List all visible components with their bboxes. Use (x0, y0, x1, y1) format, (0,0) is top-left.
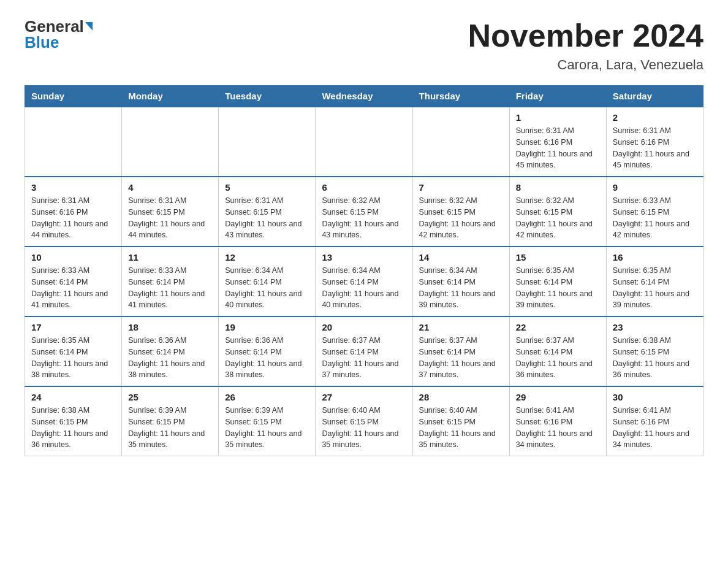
calendar-day-cell: 8Sunrise: 6:32 AMSunset: 6:15 PMDaylight… (509, 177, 606, 247)
day-info: Sunrise: 6:35 AMSunset: 6:14 PMDaylight:… (613, 266, 689, 309)
day-info: Sunrise: 6:36 AMSunset: 6:14 PMDaylight:… (128, 336, 205, 379)
day-info: Sunrise: 6:35 AMSunset: 6:14 PMDaylight:… (31, 336, 108, 379)
column-header-wednesday: Wednesday (316, 86, 412, 107)
calendar-day-cell: 20Sunrise: 6:37 AMSunset: 6:14 PMDayligh… (316, 316, 412, 386)
calendar-day-cell: 19Sunrise: 6:36 AMSunset: 6:14 PMDayligh… (219, 316, 316, 386)
calendar-day-cell: 1Sunrise: 6:31 AMSunset: 6:16 PMDaylight… (509, 107, 606, 177)
day-number: 19 (225, 322, 309, 332)
calendar-day-cell (122, 107, 219, 177)
day-number: 4 (128, 182, 212, 193)
calendar-day-cell (25, 107, 122, 177)
day-info: Sunrise: 6:37 AMSunset: 6:14 PMDaylight:… (516, 336, 593, 379)
day-info: Sunrise: 6:34 AMSunset: 6:14 PMDaylight:… (419, 266, 496, 309)
day-info: Sunrise: 6:31 AMSunset: 6:16 PMDaylight:… (613, 126, 689, 169)
calendar-day-cell (219, 107, 316, 177)
calendar-day-cell: 2Sunrise: 6:31 AMSunset: 6:16 PMDaylight… (606, 107, 703, 177)
column-header-monday: Monday (122, 86, 219, 107)
calendar-day-cell: 26Sunrise: 6:39 AMSunset: 6:15 PMDayligh… (219, 386, 316, 456)
calendar-week-row: 24Sunrise: 6:38 AMSunset: 6:15 PMDayligh… (25, 386, 703, 456)
calendar-day-cell (412, 107, 509, 177)
day-info: Sunrise: 6:33 AMSunset: 6:14 PMDaylight:… (31, 266, 108, 309)
day-number: 9 (613, 182, 697, 193)
day-info: Sunrise: 6:32 AMSunset: 6:15 PMDaylight:… (419, 196, 496, 239)
day-info: Sunrise: 6:40 AMSunset: 6:15 PMDaylight:… (322, 406, 398, 449)
day-number: 21 (419, 322, 503, 332)
day-info: Sunrise: 6:39 AMSunset: 6:15 PMDaylight:… (225, 406, 301, 449)
column-header-thursday: Thursday (412, 86, 509, 107)
calendar-day-cell: 10Sunrise: 6:33 AMSunset: 6:14 PMDayligh… (25, 247, 122, 316)
logo-blue-text: Blue (25, 34, 59, 50)
day-number: 25 (128, 392, 212, 402)
day-number: 5 (225, 182, 309, 193)
day-info: Sunrise: 6:31 AMSunset: 6:15 PMDaylight:… (128, 196, 205, 239)
calendar-day-cell: 29Sunrise: 6:41 AMSunset: 6:16 PMDayligh… (509, 386, 606, 456)
calendar-day-cell: 22Sunrise: 6:37 AMSunset: 6:14 PMDayligh… (509, 316, 606, 386)
day-number: 23 (613, 322, 697, 332)
day-info: Sunrise: 6:31 AMSunset: 6:16 PMDaylight:… (31, 196, 108, 239)
day-info: Sunrise: 6:41 AMSunset: 6:16 PMDaylight:… (613, 406, 689, 449)
day-number: 13 (322, 252, 406, 262)
logo-triangle-icon (85, 22, 93, 31)
day-info: Sunrise: 6:31 AMSunset: 6:16 PMDaylight:… (516, 126, 593, 169)
day-number: 24 (31, 392, 115, 402)
calendar-day-cell: 28Sunrise: 6:40 AMSunset: 6:15 PMDayligh… (412, 386, 509, 456)
calendar-day-cell: 23Sunrise: 6:38 AMSunset: 6:15 PMDayligh… (606, 316, 703, 386)
logo-general-text: General (25, 18, 84, 34)
day-number: 16 (613, 252, 697, 262)
month-title: November 2024 (468, 18, 703, 53)
calendar-day-cell: 12Sunrise: 6:34 AMSunset: 6:14 PMDayligh… (219, 247, 316, 316)
calendar-day-cell: 6Sunrise: 6:32 AMSunset: 6:15 PMDaylight… (316, 177, 412, 247)
day-info: Sunrise: 6:34 AMSunset: 6:14 PMDaylight:… (225, 266, 301, 309)
calendar-day-cell: 11Sunrise: 6:33 AMSunset: 6:14 PMDayligh… (122, 247, 219, 316)
calendar-day-cell: 13Sunrise: 6:34 AMSunset: 6:14 PMDayligh… (316, 247, 412, 316)
day-info: Sunrise: 6:32 AMSunset: 6:15 PMDaylight:… (322, 196, 398, 239)
day-number: 22 (516, 322, 600, 332)
calendar-day-cell: 9Sunrise: 6:33 AMSunset: 6:15 PMDaylight… (606, 177, 703, 247)
column-header-saturday: Saturday (606, 86, 703, 107)
day-number: 6 (322, 182, 406, 193)
title-area: November 2024 Carora, Lara, Venezuela (468, 18, 703, 73)
day-info: Sunrise: 6:38 AMSunset: 6:15 PMDaylight:… (613, 336, 689, 379)
day-info: Sunrise: 6:32 AMSunset: 6:15 PMDaylight:… (516, 196, 593, 239)
calendar-day-cell: 16Sunrise: 6:35 AMSunset: 6:14 PMDayligh… (606, 247, 703, 316)
day-number: 14 (419, 252, 503, 262)
day-info: Sunrise: 6:33 AMSunset: 6:15 PMDaylight:… (613, 196, 689, 239)
day-number: 17 (31, 322, 115, 332)
calendar-day-cell: 21Sunrise: 6:37 AMSunset: 6:14 PMDayligh… (412, 316, 509, 386)
page-header: General Blue November 2024 Carora, Lara,… (25, 18, 703, 73)
calendar-week-row: 10Sunrise: 6:33 AMSunset: 6:14 PMDayligh… (25, 247, 703, 316)
calendar-week-row: 3Sunrise: 6:31 AMSunset: 6:16 PMDaylight… (25, 177, 703, 247)
day-info: Sunrise: 6:31 AMSunset: 6:15 PMDaylight:… (225, 196, 301, 239)
day-number: 28 (419, 392, 503, 402)
column-header-tuesday: Tuesday (219, 86, 316, 107)
calendar-day-cell: 25Sunrise: 6:39 AMSunset: 6:15 PMDayligh… (122, 386, 219, 456)
calendar-day-cell: 4Sunrise: 6:31 AMSunset: 6:15 PMDaylight… (122, 177, 219, 247)
day-info: Sunrise: 6:41 AMSunset: 6:16 PMDaylight:… (516, 406, 593, 449)
logo: General Blue (25, 18, 93, 50)
calendar-day-cell: 3Sunrise: 6:31 AMSunset: 6:16 PMDaylight… (25, 177, 122, 247)
day-number: 11 (128, 252, 212, 262)
calendar-day-cell (316, 107, 412, 177)
day-number: 7 (419, 182, 503, 193)
calendar-day-cell: 15Sunrise: 6:35 AMSunset: 6:14 PMDayligh… (509, 247, 606, 316)
day-info: Sunrise: 6:33 AMSunset: 6:14 PMDaylight:… (128, 266, 205, 309)
calendar-day-cell: 7Sunrise: 6:32 AMSunset: 6:15 PMDaylight… (412, 177, 509, 247)
day-info: Sunrise: 6:35 AMSunset: 6:14 PMDaylight:… (516, 266, 593, 309)
calendar-day-cell: 30Sunrise: 6:41 AMSunset: 6:16 PMDayligh… (606, 386, 703, 456)
day-info: Sunrise: 6:40 AMSunset: 6:15 PMDaylight:… (419, 406, 496, 449)
day-info: Sunrise: 6:39 AMSunset: 6:15 PMDaylight:… (128, 406, 205, 449)
calendar-day-cell: 24Sunrise: 6:38 AMSunset: 6:15 PMDayligh… (25, 386, 122, 456)
calendar-week-row: 17Sunrise: 6:35 AMSunset: 6:14 PMDayligh… (25, 316, 703, 386)
day-number: 18 (128, 322, 212, 332)
day-info: Sunrise: 6:34 AMSunset: 6:14 PMDaylight:… (322, 266, 398, 309)
calendar-day-cell: 27Sunrise: 6:40 AMSunset: 6:15 PMDayligh… (316, 386, 412, 456)
day-number: 15 (516, 252, 600, 262)
calendar-table: SundayMondayTuesdayWednesdayThursdayFrid… (25, 85, 703, 456)
column-header-friday: Friday (509, 86, 606, 107)
calendar-day-cell: 5Sunrise: 6:31 AMSunset: 6:15 PMDaylight… (219, 177, 316, 247)
calendar-week-row: 1Sunrise: 6:31 AMSunset: 6:16 PMDaylight… (25, 107, 703, 177)
day-number: 10 (31, 252, 115, 262)
day-number: 29 (516, 392, 600, 402)
day-number: 30 (613, 392, 697, 402)
day-info: Sunrise: 6:36 AMSunset: 6:14 PMDaylight:… (225, 336, 301, 379)
